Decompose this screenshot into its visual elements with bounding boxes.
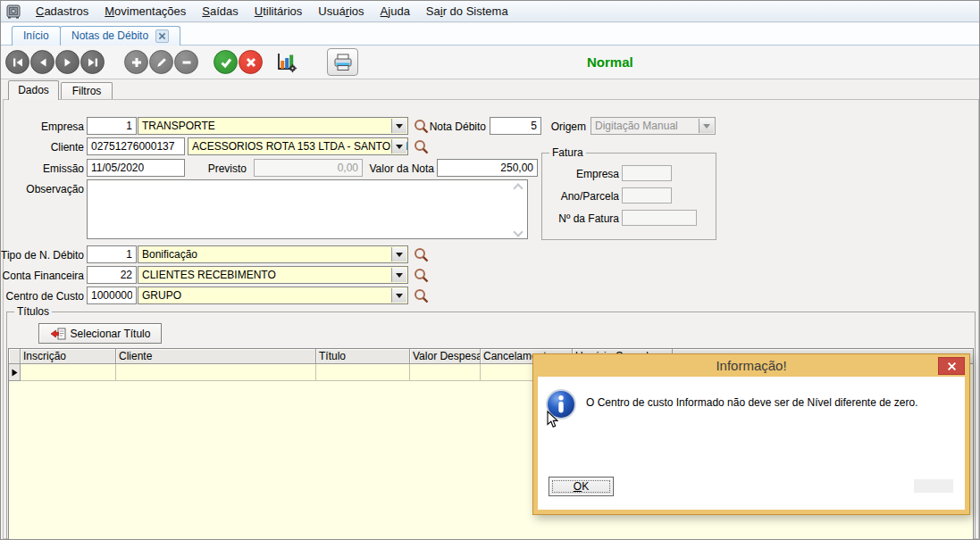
grid-header-valor-despesas[interactable]: Valor Despesas xyxy=(410,349,481,364)
nota-debito-label: Nota Débito xyxy=(421,118,486,136)
tipo-debito-dropdown-arrow-icon[interactable] xyxy=(391,247,406,262)
cliente-search-icon[interactable] xyxy=(413,138,430,155)
edit-record-button[interactable] xyxy=(149,50,173,74)
fatura-ano-parcela-label: Ano/Parcela xyxy=(541,187,619,205)
add-record-button[interactable] xyxy=(124,50,148,74)
conta-financeira-code-input[interactable] xyxy=(87,266,137,284)
disabled-area xyxy=(914,479,953,493)
fatura-empresa-input xyxy=(622,165,672,181)
app-window: Cadastros Movimentações Saídas Utilitári… xyxy=(0,0,980,540)
confirm-button[interactable] xyxy=(214,50,238,74)
menu-movimentacoes[interactable]: Movimentações xyxy=(96,1,194,22)
ok-button[interactable]: OK xyxy=(549,477,614,496)
origem-combo-value: Digitação Manual xyxy=(595,120,678,132)
safe-icon xyxy=(6,4,21,19)
conta-financeira-label: Conta Financeira xyxy=(1,267,84,285)
centro-custo-label: Centro de Custo xyxy=(1,287,84,305)
status-label: Normal xyxy=(587,54,633,70)
dialog-message: O Centro de custo Informado não deve ser… xyxy=(586,396,918,409)
conta-financeira-combo-value: CLIENTES RECEBIMENTO xyxy=(142,269,276,281)
tipo-debito-combo-value: Bonificação xyxy=(142,248,197,261)
empresa-combo[interactable]: TRANSPORTE xyxy=(138,117,408,135)
grid-header-cliente[interactable]: Cliente xyxy=(116,349,316,364)
fatura-group-title: Fatura xyxy=(549,146,586,159)
print-button[interactable] xyxy=(327,48,358,76)
tab-dados[interactable]: Dados xyxy=(8,80,59,100)
centro-custo-search-icon[interactable] xyxy=(413,287,430,304)
empresa-label: Empresa xyxy=(1,118,84,136)
previsto-label: Previsto xyxy=(180,160,247,178)
first-record-button[interactable] xyxy=(5,50,29,74)
dialog-close-button[interactable] xyxy=(938,357,965,375)
tipo-debito-code-input[interactable] xyxy=(87,245,137,263)
cell-titulo[interactable] xyxy=(316,364,410,381)
cell-inscricao[interactable] xyxy=(21,364,116,381)
grid-header-titulo[interactable]: Título xyxy=(316,349,410,364)
fatura-num-fatura-label: Nº da Fatura xyxy=(541,210,619,228)
next-record-button[interactable] xyxy=(55,50,80,74)
valor-da-nota-label: Valor da Nota xyxy=(363,160,434,178)
conta-financeira-search-icon[interactable] xyxy=(413,267,430,284)
fatura-ano-parcela-input xyxy=(622,187,672,204)
menu-cadastros[interactable]: Cadastros xyxy=(28,1,96,22)
empresa-combo-value: TRANSPORTE xyxy=(142,120,215,132)
tipo-debito-search-icon[interactable] xyxy=(413,246,430,263)
centro-custo-code-input[interactable] xyxy=(87,287,137,304)
empresa-dropdown-arrow-icon[interactable] xyxy=(391,119,406,133)
origem-dropdown-arrow-icon xyxy=(699,119,714,133)
focus-rect xyxy=(552,480,610,493)
tab-notas-de-debito[interactable]: Notas de Débito xyxy=(60,26,180,46)
conta-financeira-combo[interactable]: CLIENTES RECEBIMENTO xyxy=(138,266,408,284)
emissao-input[interactable] xyxy=(87,159,185,177)
cliente-combo[interactable]: ACESSORIOS ROTA 153 LTDA - SANTO ANTON xyxy=(188,137,408,155)
tab-inicio[interactable]: Início xyxy=(12,26,61,46)
cliente-label: Cliente xyxy=(1,138,84,156)
printer-icon xyxy=(333,54,353,71)
last-record-button[interactable] xyxy=(80,50,105,74)
selecionar-titulo-button[interactable]: Selecionar Título xyxy=(38,323,162,344)
fatura-empresa-label: Empresa xyxy=(541,165,619,183)
menu-utilitarios[interactable]: Utilitários xyxy=(247,1,310,22)
tab-notas-label: Notas de Débito xyxy=(71,27,148,46)
dialog-title: Informação! xyxy=(533,354,969,377)
titulos-group-title: Títulos xyxy=(14,305,52,318)
cliente-dropdown-arrow-icon[interactable] xyxy=(391,139,406,154)
dialog-body: O Centro de custo Informado não deve ser… xyxy=(538,377,965,510)
delete-record-button[interactable] xyxy=(174,50,198,74)
cliente-combo-value: ACESSORIOS ROTA 153 LTDA - SANTO ANTON xyxy=(192,140,408,153)
grid-header-inscricao[interactable]: Inscrição xyxy=(21,349,116,364)
previous-record-button[interactable] xyxy=(30,50,54,74)
origem-combo: Digitação Manual xyxy=(591,117,716,135)
cell-cliente[interactable] xyxy=(116,364,316,381)
observacao-textarea[interactable] xyxy=(87,179,528,239)
tab-filtros[interactable]: Filtros xyxy=(61,82,113,100)
chart-button[interactable] xyxy=(273,50,300,75)
previsto-input xyxy=(254,159,363,177)
menu-ajuda[interactable]: Ajuda xyxy=(373,1,418,22)
menu-bar: Cadastros Movimentações Saídas Utilitári… xyxy=(1,1,979,22)
valor-da-nota-input[interactable] xyxy=(437,159,538,177)
cell-valor-despesas[interactable] xyxy=(410,364,481,381)
tipo-debito-label: Tipo de N. Débito xyxy=(1,246,84,264)
bar-chart-icon xyxy=(275,52,298,73)
close-tab-icon[interactable] xyxy=(155,29,169,43)
document-tab-strip: Início Notas de Débito xyxy=(1,23,979,46)
tipo-debito-combo[interactable]: Bonificação xyxy=(138,245,408,263)
empresa-code-input[interactable] xyxy=(87,117,137,135)
menu-saidas[interactable]: Saídas xyxy=(194,1,246,22)
nota-debito-input[interactable] xyxy=(490,117,541,135)
emissao-label: Emissão xyxy=(1,160,84,178)
origem-label: Origem xyxy=(546,118,586,136)
cliente-code-input[interactable] xyxy=(87,137,185,155)
mouse-cursor-icon xyxy=(547,411,559,428)
grid-header-selector xyxy=(9,349,21,364)
menu-sair-do-sistema[interactable]: Sair do Sistema xyxy=(418,1,516,22)
centro-custo-combo[interactable]: GRUPO xyxy=(138,287,408,304)
conta-financeira-dropdown-arrow-icon[interactable] xyxy=(391,268,406,282)
select-document-icon xyxy=(50,327,66,341)
centro-custo-dropdown-arrow-icon[interactable] xyxy=(391,288,406,303)
tab-inicio-label: Início xyxy=(23,27,49,46)
cancel-button[interactable] xyxy=(239,50,263,74)
menu-usuarios[interactable]: Usuários xyxy=(310,1,372,22)
centro-custo-combo-value: GRUPO xyxy=(142,289,181,302)
